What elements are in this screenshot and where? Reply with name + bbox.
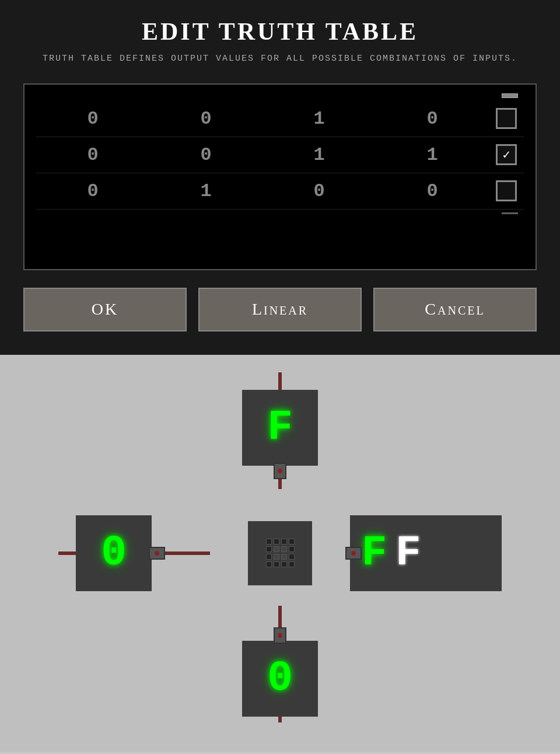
cell-r2c2: 0	[149, 144, 262, 166]
checkbox-cell-r2	[489, 144, 524, 165]
grid-dot	[281, 561, 287, 567]
grid-dot	[281, 546, 287, 552]
dialog-subtitle: Truth table defines output values for al…	[23, 53, 537, 66]
grid-dot	[266, 539, 272, 544]
logic-grid	[266, 539, 295, 567]
grid-dot	[281, 554, 287, 560]
cell-r2c1: 0	[36, 144, 149, 166]
display-right-digit-1: F	[362, 532, 387, 574]
dialog-title: Edit Truth Table	[23, 18, 537, 46]
central-logic-block	[248, 521, 312, 585]
button-row: OK Linear Cancel	[23, 288, 537, 331]
grid-dot	[289, 546, 295, 552]
cell-r3c2: 1	[149, 180, 262, 202]
grid-dot	[266, 561, 272, 567]
cell-r1c2: 0	[149, 108, 262, 130]
display-bottom-digit: 0	[267, 658, 292, 700]
game-canvas: F 0 F F 0	[58, 372, 502, 734]
connector-dot-left	[155, 551, 159, 556]
dialog-section: Edit Truth Table Truth table defines out…	[0, 0, 560, 355]
scroll-indicator-top	[36, 90, 524, 101]
display-right: F F	[350, 515, 502, 591]
display-bottom: 0	[242, 641, 318, 717]
scroll-indicator-bottom	[36, 210, 524, 217]
cancel-button[interactable]: Cancel	[373, 288, 537, 331]
checkbox-r2[interactable]	[496, 144, 517, 165]
ok-button[interactable]: OK	[23, 288, 187, 331]
cell-r3c3: 0	[262, 180, 376, 202]
connector-right	[345, 547, 362, 560]
scrollbar-bottom[interactable]	[502, 212, 518, 214]
cell-r1c3: 1	[262, 108, 376, 130]
linear-button[interactable]: Linear	[198, 288, 362, 331]
scrollbar-top[interactable]	[502, 93, 518, 98]
grid-dot	[281, 539, 287, 544]
connector-dot-top	[278, 469, 282, 473]
grid-dot	[274, 546, 279, 552]
cell-r2c4: 1	[376, 144, 489, 166]
checkbox-r3[interactable]	[496, 180, 517, 201]
table-row: 0 1 0 0	[36, 173, 524, 210]
cell-r1c4: 0	[376, 108, 489, 130]
connector-dot-right	[351, 551, 356, 556]
cell-r1c1: 0	[36, 108, 149, 130]
game-section: F 0 F F 0	[0, 355, 560, 752]
table-row: 0 0 1 1	[36, 137, 524, 173]
grid-dot	[289, 539, 295, 544]
checkbox-cell-r3	[489, 180, 524, 201]
checkbox-r1[interactable]	[496, 108, 517, 129]
connector-dot-bottom	[278, 633, 282, 638]
truth-table-container: 0 0 1 0 0 0 1 1 0 1 0 0	[23, 83, 537, 270]
display-left: 0	[76, 515, 152, 591]
checkbox-cell-r1	[489, 108, 524, 129]
grid-dot	[274, 561, 279, 567]
grid-dot	[289, 554, 295, 560]
table-row: 0 0 1 0	[36, 101, 524, 137]
grid-dot	[274, 539, 279, 544]
display-top: F	[242, 390, 318, 466]
grid-dot	[266, 554, 272, 560]
connector-bottom	[274, 627, 286, 644]
connector-top	[274, 463, 286, 479]
display-right-digit-2: F	[396, 532, 421, 574]
cell-r2c3: 1	[262, 144, 376, 166]
connector-left	[149, 547, 165, 560]
grid-dot	[266, 546, 272, 552]
grid-dot	[274, 554, 279, 560]
cell-r3c1: 0	[36, 180, 149, 202]
grid-dot	[289, 561, 295, 567]
display-top-digit: F	[267, 407, 292, 449]
display-left-digit: 0	[101, 532, 126, 574]
cell-r3c4: 0	[376, 180, 489, 202]
